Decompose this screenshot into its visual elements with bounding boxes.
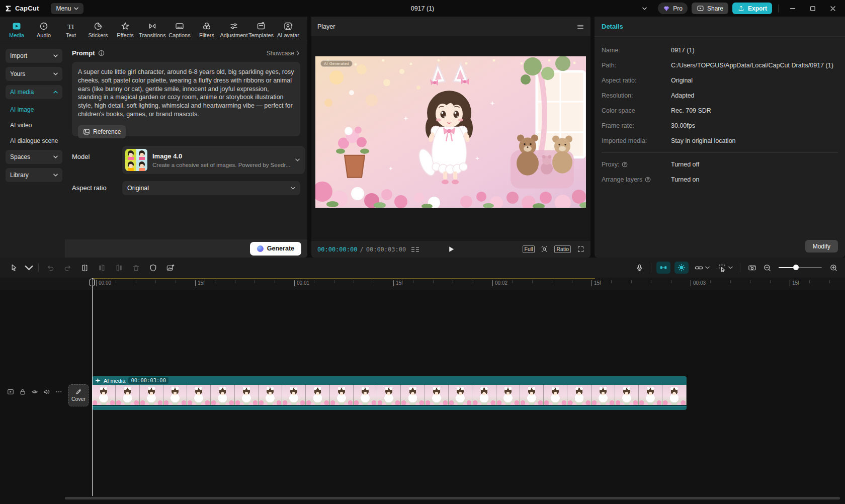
- tab-filters[interactable]: Filters: [193, 20, 220, 38]
- sidebar-item-library[interactable]: Library: [6, 168, 62, 182]
- timeline-zoom-slider[interactable]: [779, 265, 822, 271]
- more-options-icon[interactable]: [55, 388, 62, 395]
- link-clips-button[interactable]: [695, 264, 710, 272]
- sidebar-item-ai-video[interactable]: AI video: [6, 119, 62, 131]
- ruler-label: 00:00: [96, 280, 111, 286]
- aspect-ratio-select[interactable]: Original: [122, 181, 300, 195]
- split-button[interactable]: [76, 264, 93, 272]
- speaker-icon[interactable]: [43, 388, 50, 395]
- clip-thumbnail: [425, 385, 449, 405]
- sidebar-item-spaces[interactable]: Spaces: [6, 150, 62, 164]
- sidebar-item-import[interactable]: Import: [6, 49, 62, 63]
- tab-transitions[interactable]: Transitions: [139, 20, 166, 38]
- panel-layout-button[interactable]: [652, 8, 654, 10]
- fullscreen-icon[interactable]: [577, 245, 584, 253]
- delete-left-button[interactable]: [93, 264, 110, 272]
- focus-zoom-icon[interactable]: [541, 245, 548, 253]
- timecode-current: 00:00:00:00: [317, 246, 357, 253]
- layout-toggle-button[interactable]: [640, 6, 648, 11]
- ratio-button[interactable]: Ratio: [554, 245, 571, 253]
- minimize-button[interactable]: [785, 4, 801, 14]
- showcase-link[interactable]: Showcase: [267, 50, 300, 57]
- export-frame-button[interactable]: [161, 264, 179, 272]
- info-icon[interactable]: [98, 50, 105, 56]
- zoom-in-icon: [829, 264, 838, 272]
- scrollbar-handle[interactable]: [65, 497, 840, 499]
- generate-button[interactable]: Generate: [250, 242, 301, 256]
- menu-label: Menu: [56, 5, 71, 12]
- selection-mode-button[interactable]: [718, 264, 733, 272]
- cover-button[interactable]: Cover: [68, 384, 89, 406]
- help-icon[interactable]: [622, 161, 628, 167]
- chevron-down-icon: [705, 266, 710, 269]
- select-tool-dropdown[interactable]: [22, 264, 35, 272]
- tab-audio[interactable]: Audio: [30, 20, 57, 38]
- eye-icon[interactable]: [31, 388, 38, 395]
- ai-media-clip[interactable]: AI media 00:00:03:00: [92, 376, 687, 410]
- reference-button[interactable]: Reference: [78, 125, 126, 138]
- redo-button[interactable]: [59, 264, 76, 272]
- playhead-handle[interactable]: [90, 279, 95, 286]
- delete-button[interactable]: [127, 264, 144, 272]
- zoom-in-button[interactable]: [827, 264, 840, 272]
- aspect-ratio-label: Aspect ratio: [72, 181, 122, 192]
- detail-value: 0917 (1): [671, 47, 838, 54]
- titlebar-divider: [778, 5, 779, 13]
- tab-captions[interactable]: Captions: [166, 20, 193, 38]
- slider-handle[interactable]: [793, 265, 799, 270]
- tab-stickers[interactable]: Stickers: [84, 20, 112, 38]
- play-button[interactable]: [447, 245, 455, 253]
- player-menu-icon[interactable]: [576, 23, 584, 31]
- model-select[interactable]: Image 4.0 Create a cohesive set of image…: [122, 146, 305, 174]
- tab-effects[interactable]: Effects: [112, 20, 139, 38]
- svg-text:TI: TI: [67, 23, 74, 30]
- tab-label: Adjustment: [220, 32, 247, 38]
- reference-label: Reference: [93, 128, 121, 135]
- sidebar-item-ai-dialogue-scene[interactable]: AI dialogue scene: [6, 134, 62, 147]
- chevron-up-icon: [53, 91, 58, 94]
- detail-row-name: Name: 0917 (1): [602, 43, 838, 58]
- clip-thumbnail: [496, 385, 520, 405]
- preview-axis-button[interactable]: [743, 264, 760, 272]
- captions-icon: [175, 22, 184, 31]
- auto-preview-toggle[interactable]: [674, 262, 689, 274]
- tab-ai-avatar[interactable]: AI avatar: [275, 20, 302, 38]
- sidebar-item-yours[interactable]: Yours: [6, 67, 62, 81]
- details-title: Details: [602, 23, 623, 30]
- sidebar-item-ai-image[interactable]: AI image: [6, 103, 62, 116]
- modify-button[interactable]: Modify: [805, 240, 838, 253]
- zoom-out-button[interactable]: [760, 264, 774, 272]
- help-icon[interactable]: [645, 177, 651, 183]
- close-button[interactable]: [825, 4, 841, 14]
- detail-label: Name:: [602, 47, 671, 54]
- sidebar-item-ai-media[interactable]: AI media: [6, 85, 62, 99]
- preview-quality-icon[interactable]: [411, 246, 420, 253]
- tab-media[interactable]: Media: [3, 20, 30, 38]
- voiceover-button[interactable]: [631, 264, 648, 272]
- detail-label: Path:: [602, 62, 671, 69]
- delete-right-button[interactable]: [110, 264, 127, 272]
- pro-button[interactable]: Pro: [658, 3, 688, 14]
- track-type-icon[interactable]: [7, 388, 14, 395]
- prompt-input[interactable]: A super cute little girl character, arou…: [72, 62, 300, 136]
- menu-button[interactable]: Menu: [51, 3, 83, 14]
- timeline-ruler[interactable]: 00:00 15f 00:01 15f 00:02 15f 00:03 15f: [0, 278, 845, 290]
- full-preview-button[interactable]: Full: [523, 245, 535, 253]
- lock-icon[interactable]: [19, 388, 26, 395]
- share-button[interactable]: Share: [692, 3, 728, 14]
- magnetic-timeline-toggle[interactable]: [656, 262, 670, 274]
- maximize-button[interactable]: [805, 4, 821, 14]
- select-tool-button[interactable]: [5, 264, 22, 272]
- tab-templates[interactable]: Templates: [247, 20, 275, 38]
- share-label: Share: [707, 5, 723, 12]
- export-button[interactable]: Export: [732, 3, 772, 14]
- timeline-scrollbar[interactable]: [65, 497, 840, 499]
- chevron-down-icon: [642, 7, 647, 10]
- detail-label: Imported media:: [602, 137, 671, 144]
- tab-adjustment[interactable]: Adjustment: [220, 20, 247, 38]
- undo-button[interactable]: [42, 264, 59, 272]
- clip-thumbnail: [354, 385, 377, 405]
- mask-button[interactable]: [144, 264, 161, 272]
- tab-text[interactable]: TI Text: [57, 20, 84, 38]
- playhead-line[interactable]: [92, 278, 93, 496]
